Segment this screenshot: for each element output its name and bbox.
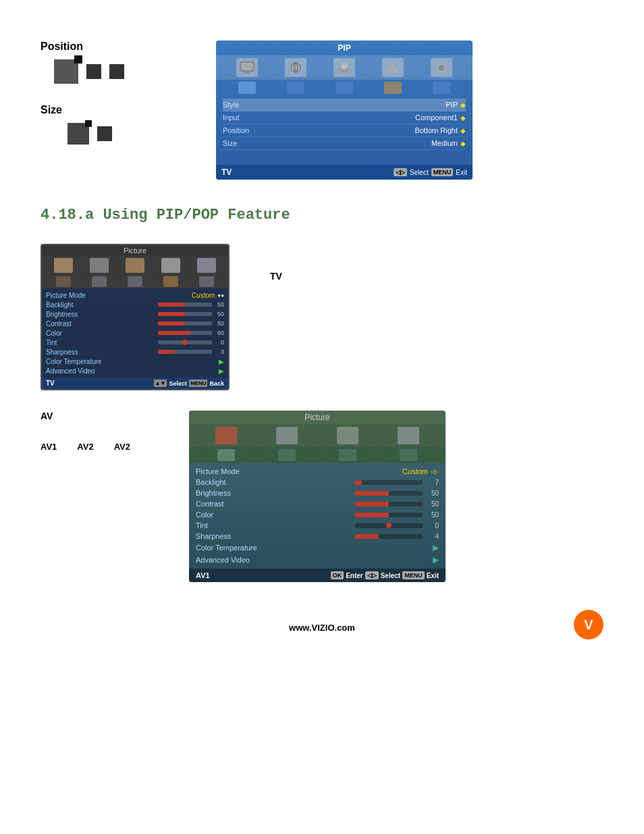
av-icon-3 — [337, 427, 358, 444]
svg-marker-8 — [386, 62, 400, 73]
tv-footer-bar: TV ▲▼ Select MENU Back — [42, 377, 228, 389]
tv-menu-backlight: Backlight 50 — [46, 300, 224, 309]
tv-source-label: TV — [46, 380, 55, 387]
tv-icon-bot-3 — [128, 276, 142, 287]
pip-icon-bot-3 — [336, 82, 353, 94]
av-title: Picture — [189, 411, 446, 424]
pip-menu-style: Style PIP ◆ — [223, 99, 466, 111]
section-title: 4.18.a Using PIP/POP Feature — [41, 207, 603, 224]
av-nav-badge: ◁▷ — [365, 571, 379, 579]
tv-icon-top-3 — [126, 258, 144, 273]
svg-rect-0 — [240, 62, 254, 71]
section-heading: 4.18.a Using PIP/POP Feature — [0, 193, 644, 244]
av-source-label: AV1 — [196, 571, 210, 579]
position-label: Position — [41, 41, 189, 53]
av-icon-bot-3 — [339, 449, 356, 461]
pip-icon-4 — [382, 58, 404, 77]
av-menu-brightness: Brightness 50 — [196, 488, 439, 498]
size-icon-small — [97, 126, 112, 141]
av-sub-label-2: AV2 — [77, 442, 93, 452]
pip-icon-2 — [285, 58, 306, 77]
tv-icons-bot — [42, 275, 228, 288]
tv-icon-bot-2 — [92, 276, 107, 287]
pip-icons-row-top — [216, 55, 473, 80]
position-icon-right — [109, 64, 124, 79]
pip-screen: PIP Sty — [216, 41, 473, 180]
middle-section: Picture Picture Mode Custom ●● Backlight — [0, 244, 644, 411]
bottom-section: AV AV1 AV2 AV2 Picture Picture Mode Cust… — [0, 411, 644, 609]
tv-picture-screen: Picture Picture Mode Custom ●● Backlight — [41, 244, 230, 390]
av-ok-badge: OK — [331, 571, 344, 579]
pip-icon-bot-2 — [287, 82, 304, 94]
av-icon-2 — [276, 427, 298, 444]
size-icons — [41, 123, 189, 145]
tv-menu-contrast: Contrast 50 — [46, 319, 224, 328]
tv-menu-picture-mode: Picture Mode Custom ●● — [46, 290, 224, 300]
tv-picture-title: Picture — [42, 245, 228, 256]
tv-menu-color-temp: Color Temperature ▶ — [46, 357, 224, 366]
size-icon-corner — [85, 120, 92, 127]
av-sub-label-1: AV1 — [41, 442, 57, 452]
pip-menu-rows: Style PIP ◆ Input Component1 ◆ Position … — [216, 96, 473, 153]
tv-icon-top-5 — [197, 258, 216, 273]
tv-menu-color: Color 60 — [46, 328, 224, 338]
top-section: Position Size PIP — [0, 0, 644, 193]
page-footer: www.VIZIO.com V — [0, 609, 644, 646]
position-dot-tl — [74, 55, 82, 63]
pip-icon-bot-4 — [384, 82, 402, 94]
pip-title: PIP — [216, 41, 473, 55]
pip-icons-row-bot — [216, 80, 473, 96]
av-menu-sharpness: Sharpness 4 — [196, 531, 439, 542]
av-icon-bot-1 — [217, 449, 235, 461]
tv-icon-top-4 — [161, 258, 180, 273]
pip-menu-input: Input Component1 ◆ — [223, 111, 466, 124]
size-icon-large — [68, 123, 89, 145]
tv-menu-section: Picture Mode Custom ●● Backlight 50 Brig… — [42, 288, 228, 377]
vizio-logo: V — [574, 610, 603, 640]
pip-btn-badge: ◁▷ — [394, 168, 407, 176]
av-menu-color: Color 50 — [196, 509, 439, 520]
tv-menu-brightness: Brightness 50 — [46, 309, 224, 319]
pip-icon-bot-5 — [433, 82, 450, 94]
av-icon-bot-2 — [278, 449, 296, 461]
av-menu-contrast: Contrast 50 — [196, 498, 439, 509]
av-icon-bot-4 — [400, 449, 417, 461]
pip-menu-position: Position Bottom Right ◆ — [223, 124, 466, 137]
pip-icon-bot-1 — [238, 82, 256, 94]
av-icons-top — [189, 424, 446, 447]
tv-icon-bot-1 — [56, 276, 71, 287]
position-icon-main — [54, 59, 78, 84]
position-icons — [41, 59, 189, 84]
av-footer-bar: AV1 OK Enter ◁▷ Select MENU Exit — [189, 569, 446, 582]
av-menu-picture-mode: Picture Mode Custom ◁▷ — [196, 466, 439, 477]
av-footer-controls: OK Enter ◁▷ Select MENU Exit — [331, 571, 439, 579]
av-menu-tint: Tint 0 — [196, 520, 439, 531]
av-picture-screen: Picture Picture Mode Custom ◁▷ Backlight — [189, 411, 446, 582]
svg-rect-1 — [245, 71, 249, 73]
av-icon-4 — [398, 427, 419, 444]
av-main-label: AV — [41, 411, 176, 421]
av-menu-advanced-video: Advanced Video ▶ — [196, 554, 439, 566]
pip-footer: TV ◁▷ Select MENU Exit — [216, 165, 473, 180]
svg-rect-2 — [243, 73, 251, 74]
pip-icon-1 — [236, 58, 258, 77]
av-menu-section: Picture Mode Custom ◁▷ Backlight 7 Brigh… — [189, 463, 446, 569]
tv-icon-bot-5 — [199, 276, 214, 287]
pip-icon-3 — [333, 58, 355, 77]
position-size-section: Position Size — [41, 41, 189, 180]
tv-menu-advanced-video: Advanced Video ▶ — [46, 366, 224, 375]
pip-menu-size: Size Medium ◆ — [223, 137, 466, 150]
av-sub-label-3: AV2 — [114, 442, 130, 452]
av-icon-1 — [215, 427, 237, 444]
pip-footer-controls: ◁▷ Select MENU Exit — [394, 168, 467, 176]
av-menu-backlight: Backlight 7 — [196, 477, 439, 488]
footer-url: www.VIZIO.com — [289, 623, 355, 633]
svg-point-7 — [341, 63, 348, 70]
tv-menu-tint: Tint 0 — [46, 338, 224, 347]
av-sub-labels: AV1 AV2 AV2 — [41, 442, 176, 452]
av-menu-color-temp: Color Temperature ▶ — [196, 542, 439, 554]
tv-footer-controls: ▲▼ Select MENU Back — [154, 380, 224, 387]
pip-icon-5 — [431, 58, 452, 77]
tv-right-label: TV — [270, 244, 282, 282]
pip-menu-badge: MENU — [431, 168, 454, 176]
